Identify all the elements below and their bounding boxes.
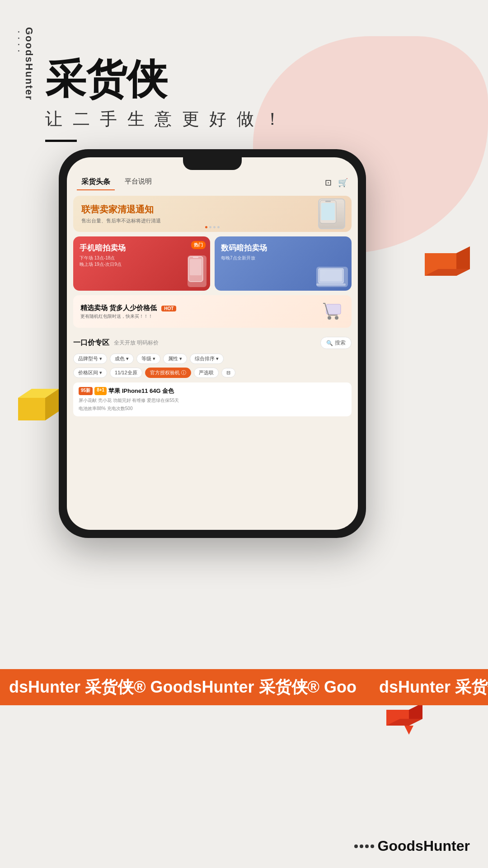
filter-sort[interactable]: 综合排序 ▾ (190, 354, 224, 364)
select-market-banner[interactable]: 精选卖场 货多人少价格低 HOT 更有随机红包限时送，快来买！！！ (73, 295, 352, 328)
filter-verified[interactable]: 官方授权验机 ⓘ (145, 368, 191, 378)
footer-area: GoodsHunter (354, 838, 470, 854)
footer-brand: GoodsHunter (378, 838, 470, 854)
footer-dots (354, 844, 374, 848)
phone-illustration (188, 255, 206, 287)
orange-strip: dsHunter 采货侠® GoodsHunter 采货侠® Goo dsHun… (0, 669, 488, 705)
scan-icon[interactable]: ⊡ (325, 178, 332, 188)
filter-original[interactable]: 11/12全原 (110, 368, 142, 378)
screen-content: 采货头条 平台说明 ⊡ 🛒 联营卖家清退通知 售出台量、售后率不达标将进行清退 (67, 157, 358, 530)
filter-strict[interactable]: 严选联 (194, 368, 219, 378)
count-tag: 8+1 (94, 387, 107, 395)
hot-tag: HOT (161, 306, 176, 311)
fixed-price-title: 一口价专区 (73, 338, 109, 348)
phone-frame: 采货头条 平台说明 ⊡ 🛒 联营卖家清退通知 售出台量、售后率不达标将进行清退 (59, 149, 366, 538)
svg-rect-7 (320, 269, 342, 282)
banner-dots (205, 226, 220, 228)
grade-tag: 95新 (79, 387, 93, 395)
filter-attr[interactable]: 属性 ▾ (163, 354, 187, 364)
filter-row-2: 价格区间 ▾ 11/12全原 官方授权验机 ⓘ 严选联 ⊟ (67, 366, 358, 380)
phone-notch (183, 157, 242, 170)
cart-icon[interactable]: 🛒 (338, 178, 348, 188)
laptop-illustration (316, 267, 348, 287)
phone-screen: 采货头条 平台说明 ⊡ 🛒 联营卖家清退通知 售出台量、售后率不达标将进行清退 (67, 157, 358, 530)
category-row: 热门 手机暗拍卖场 下午场 13点-18点晚上场 19点-次日9点 数 (73, 236, 352, 291)
product-tags: 95新 8+1 苹果 IPhone11 64G 金色 (79, 387, 346, 395)
filter-row-1: 品牌型号 ▾ 成色 ▾ 等级 ▾ 属性 ▾ 综合排序 ▾ (67, 352, 358, 366)
product-desc-1: 屏小花献 壳小花 功能完好 有维修 爱思绿在保55天 (79, 397, 346, 404)
product-desc-2: 电池效率88% 充电次数500 (79, 405, 346, 412)
svg-marker-15 (18, 398, 45, 420)
tab-news[interactable]: 采货头条 (77, 175, 115, 190)
svg-rect-4 (190, 259, 202, 275)
banner-phone-image (318, 198, 345, 229)
filter-price-range[interactable]: 价格区间 ▾ (73, 368, 107, 378)
phone-auction-card[interactable]: 热门 手机暗拍卖场 下午场 13点-18点晚上场 19点-次日9点 (73, 236, 210, 291)
product-name: 苹果 IPhone11 64G 金色 (108, 387, 174, 395)
app-title: 采货侠 (45, 59, 284, 99)
yellow-block-left (9, 380, 63, 434)
filter-brand[interactable]: 品牌型号 ▾ (73, 354, 107, 364)
red-block-bottom (380, 701, 429, 741)
filter-extra[interactable]: ⊟ (221, 368, 235, 377)
strip-text: dsHunter 采货侠® GoodsHunter 采货侠® Goo dsHun… (0, 676, 488, 698)
search-icon: 🔍 (326, 340, 333, 346)
svg-rect-5 (193, 257, 198, 258)
topbar-tabs: 采货头条 平台说明 (77, 175, 321, 190)
svg-rect-1 (321, 203, 335, 220)
cart-illustration (319, 301, 344, 322)
main-banner[interactable]: 联营卖家清退通知 售出台量、售后率不达标将进行清退 (73, 196, 352, 232)
app-subtitle: 让 二 手 生 意 更 好 做 ！ (45, 108, 284, 131)
fixed-price-header: 一口价专区 全天开放 明码标价 🔍 搜索 (67, 332, 358, 352)
filter-color[interactable]: 成色 ▾ (110, 354, 134, 364)
phone-mockup: 采货头条 平台说明 ⊡ 🛒 联营卖家清退通知 售出台量、售后率不达标将进行清退 (59, 149, 366, 538)
digital-auction-card[interactable]: 数码暗拍卖场 每晚7点全新开放 (215, 236, 352, 291)
svg-rect-8 (316, 283, 346, 286)
hot-badge: 热门 (191, 241, 206, 249)
svg-point-10 (328, 316, 331, 320)
filter-grade[interactable]: 等级 ▾ (136, 354, 160, 364)
select-banner-text: 精选卖场 货多人少价格低 HOT 更有随机红包限时送，快来买！！！ (80, 304, 176, 320)
topbar-icons: ⊡ 🛒 (325, 178, 348, 188)
search-button[interactable]: 🔍 搜索 (320, 337, 352, 349)
headline-underline (45, 140, 77, 142)
orange-block-right (411, 244, 474, 294)
svg-rect-2 (325, 201, 331, 202)
banner-text: 联营卖家清退通知 售出台量、售后率不达标将进行清退 (81, 203, 161, 224)
headline-section: 采货侠 让 二 手 生 意 更 好 做 ！ (45, 59, 284, 142)
svg-point-11 (335, 316, 338, 320)
brand-vertical: GoodsHunter · · · · (14, 27, 35, 101)
tab-platform[interactable]: 平台说明 (120, 175, 156, 190)
fixed-price-subtitle: 全天开放 明码标价 (114, 339, 159, 347)
svg-rect-9 (326, 304, 341, 314)
product-item[interactable]: 95新 8+1 苹果 IPhone11 64G 金色 屏小花献 壳小花 功能完好… (73, 382, 352, 416)
svg-marker-21 (404, 726, 413, 735)
